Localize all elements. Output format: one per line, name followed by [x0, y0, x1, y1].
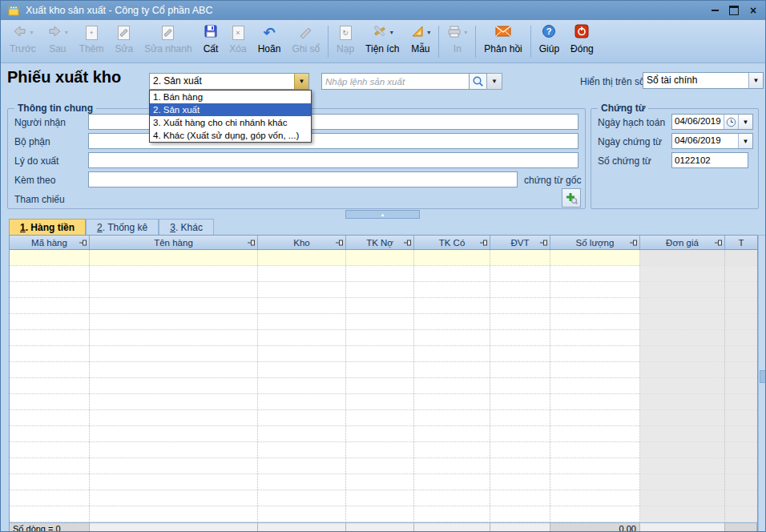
posting-date-value: 04/06/2019 [672, 115, 724, 129]
toolbar-button-sua[interactable]: Sửa [110, 24, 139, 55]
tab-thong-ke[interactable]: 2. Thống kê [86, 219, 159, 235]
toolbar-separator [438, 26, 439, 58]
chevron-down-icon: ▾ [30, 30, 33, 36]
maximize-button[interactable] [728, 5, 740, 16]
chevron-down-icon[interactable]: ▼ [486, 73, 502, 90]
table-cell [550, 314, 640, 329]
table-cell [414, 490, 490, 506]
table-row[interactable] [10, 378, 757, 394]
attached-field[interactable] [88, 171, 518, 187]
table-row[interactable] [10, 394, 757, 410]
chevron-down-icon[interactable]: ▼ [748, 73, 763, 88]
column-header-tk-no[interactable]: TK Nợ [346, 236, 414, 249]
collapse-splitter-button[interactable]: ▲ [345, 210, 420, 219]
toolbar-button-in[interactable]: ▾ In [441, 24, 473, 55]
table-row[interactable] [10, 410, 757, 426]
toolbar-button-dong[interactable]: Đóng [565, 24, 599, 55]
scrollbar-thumb[interactable] [760, 370, 766, 383]
toolbar-button-phan-hoi[interactable]: Phản hồi [478, 24, 527, 55]
column-header-ten-hang[interactable]: Tên hàng [90, 236, 258, 249]
voucher-type-combo[interactable]: 2. Sản xuất ▼ [149, 73, 309, 90]
table-cell [10, 394, 90, 409]
table-row[interactable] [10, 442, 757, 458]
column-header-thanh-tien[interactable]: T [725, 236, 757, 249]
chevron-down-icon[interactable]: ▼ [738, 134, 752, 148]
column-header-tk-co[interactable]: TK Có [414, 236, 490, 249]
table-cell [414, 282, 490, 297]
dropdown-option[interactable]: 4. Khác (Xuất sử dụng, góp vốn, ...) [150, 129, 311, 142]
table-cell [725, 362, 757, 377]
column-header-don-gia[interactable]: Đơn giá [640, 236, 725, 249]
toolbar-button-ghi-so[interactable]: Ghi sổ [286, 24, 325, 55]
table-cell [640, 474, 725, 490]
table-row[interactable] [10, 506, 757, 522]
table-row[interactable] [10, 282, 757, 298]
table-row[interactable] [10, 266, 757, 282]
clock-icon[interactable] [724, 115, 738, 129]
dropdown-option[interactable]: 1. Bán hàng [150, 91, 311, 103]
minimize-button[interactable] [709, 5, 720, 16]
column-header-dvt[interactable]: ĐVT [490, 236, 550, 249]
table-cell [490, 346, 550, 361]
table-cell [550, 378, 640, 393]
vertical-scrollbar[interactable] [758, 235, 766, 532]
toolbar-button-them[interactable]: + Thêm [74, 24, 110, 55]
refresh-icon: ↻ [340, 26, 352, 40]
table-cell [258, 490, 346, 506]
table-row[interactable] [10, 330, 757, 346]
display-on-book-combo[interactable]: Sổ tài chính ▼ [643, 72, 764, 89]
column-header-so-luong[interactable]: Số lượng [550, 236, 640, 249]
arrow-up-icon: ▲ [381, 212, 385, 217]
table-cell [640, 490, 725, 506]
tab-khac[interactable]: 3. Khác [159, 219, 214, 235]
document-number-field[interactable] [671, 152, 748, 168]
table-cell [550, 490, 640, 506]
add-new-row[interactable]: Bấm vào đây để thêm mới [10, 250, 757, 266]
column-header-ma-hang[interactable]: Mã hàng [10, 236, 90, 249]
items-grid: Mã hàng Tên hàng Kho TK Nợ TK Có ĐVT Số … [9, 235, 758, 532]
toolbar-button-cat[interactable]: Cất [198, 24, 224, 55]
chevron-down-icon[interactable]: ▼ [294, 74, 308, 89]
table-cell [90, 394, 258, 409]
toolbar-label: Hoãn [258, 43, 281, 54]
toolbar-button-sau[interactable]: ▾ Sau [42, 24, 74, 55]
close-button[interactable]: × [748, 5, 759, 16]
table-row[interactable] [10, 426, 757, 442]
chevron-down-icon[interactable]: ▼ [738, 115, 752, 129]
table-row[interactable] [10, 474, 757, 490]
summary-cell [346, 523, 414, 532]
toolbar-button-hoan[interactable]: ↶ Hoãn [252, 24, 287, 55]
table-row[interactable] [10, 298, 757, 314]
toolbar-button-truoc[interactable]: ▾ Trước [4, 24, 42, 55]
add-reference-button[interactable] [562, 188, 581, 208]
toolbar-button-sua-nhanh[interactable]: Sửa nhanh [139, 24, 197, 55]
dropdown-option-selected[interactable]: 2. Sản xuất [150, 103, 311, 116]
undo-icon: ↶ [263, 26, 275, 40]
table-row[interactable] [10, 490, 757, 506]
table-row[interactable] [10, 458, 757, 474]
reason-field[interactable] [88, 152, 579, 168]
table-row[interactable] [10, 346, 757, 362]
dropdown-option[interactable]: 3. Xuất hàng cho chi nhánh khác [150, 116, 311, 129]
summary-cell [640, 523, 725, 532]
table-row[interactable] [10, 314, 757, 330]
table-cell [10, 458, 90, 474]
table-cell [490, 474, 550, 490]
column-header-kho[interactable]: Kho [258, 236, 346, 249]
document-date-field[interactable]: 04/06/2019 ▼ [671, 133, 753, 149]
summary-cell [490, 523, 550, 532]
toolbar-button-tien-ich[interactable]: ▾ Tiện ích [360, 24, 405, 55]
toolbar-button-mau[interactable]: ▾ Mẫu [405, 24, 436, 55]
posting-date-field[interactable]: 04/06/2019 ▼ [671, 114, 753, 130]
toolbar-button-giup[interactable]: ? Giúp [534, 24, 565, 55]
tab-hang-tien[interactable]: 1. Hàng tiền [9, 219, 86, 235]
table-cell [414, 506, 490, 522]
table-row[interactable] [10, 362, 757, 378]
toolbar-label: Cất [204, 43, 219, 54]
posting-date-label: Ngày hạch toán [598, 117, 665, 128]
search-icon[interactable] [469, 73, 486, 90]
table-cell [90, 506, 258, 522]
search-input[interactable] [321, 73, 469, 90]
toolbar-button-xoa[interactable]: × Xóa [224, 24, 252, 55]
toolbar-button-nap[interactable]: ↻ Nạp [331, 24, 360, 55]
